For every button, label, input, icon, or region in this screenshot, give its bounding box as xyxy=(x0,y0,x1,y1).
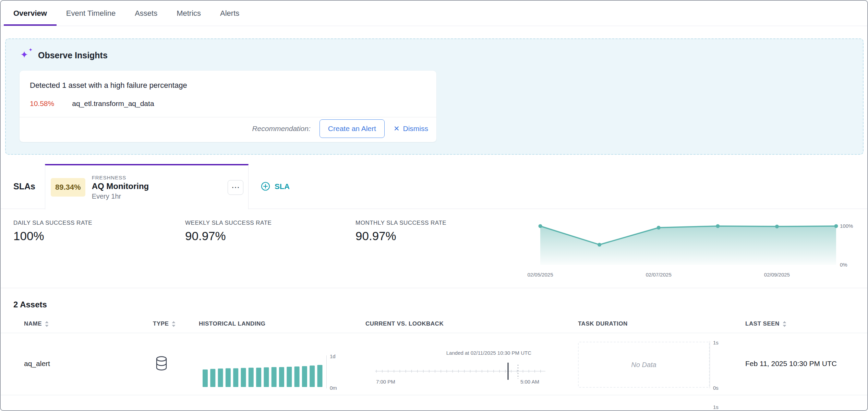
duration-y-min-label: 0s xyxy=(713,385,719,391)
column-header-current-vs-lookback: CURRENT VS. LOOKBACK xyxy=(365,320,444,327)
trend-point xyxy=(775,225,779,228)
tab-event-timeline[interactable]: Event Timeline xyxy=(57,1,125,26)
top-tab-bar: Overview Event Timeline Assets Metrics A… xyxy=(1,1,867,26)
monthly-success-rate-stat: MONTHLY SLA SUCCESS RATE 90.97% xyxy=(355,220,446,243)
insight-detail-row: 10.58% aq_etl.transform_aq_data xyxy=(30,99,426,108)
task-duration-nodata-box: No Data xyxy=(578,342,710,388)
observe-insights-panel: ✦ ✦ Observe Insights Detected 1 asset wi… xyxy=(5,38,864,155)
sla-schedule: Every 1hr xyxy=(92,192,149,200)
tab-alerts[interactable]: Alerts xyxy=(210,1,249,26)
column-label: LAST SEEN xyxy=(745,320,780,327)
slas-section: SLAs 89.34% FRESHNESS AQ Monitoring Ever… xyxy=(1,164,867,209)
trend-point xyxy=(539,224,542,228)
stat-value: 100% xyxy=(13,229,92,243)
landing-bar xyxy=(226,368,231,387)
sparkles-icon: ✦ ✦ xyxy=(20,49,32,61)
duration-y-max-label: 1s xyxy=(713,404,719,410)
landing-bar xyxy=(317,365,323,387)
insights-header: ✦ ✦ Observe Insights xyxy=(20,49,108,61)
sort-icon xyxy=(45,321,49,327)
landing-bar xyxy=(272,367,277,387)
x-axis-tick-labels: 02/05/202502/07/202502/09/2025 xyxy=(529,272,844,279)
weekly-success-rate-stat: WEEKLY SLA SUCCESS RATE 90.97% xyxy=(185,220,272,243)
landing-bar xyxy=(279,367,284,387)
historical-landing-axis xyxy=(326,355,327,388)
landing-bar xyxy=(203,369,208,387)
assets-count-heading: 2 Assets xyxy=(13,300,47,309)
observe-dashboard: Overview Event Timeline Assets Metrics A… xyxy=(0,0,868,411)
landing-bar xyxy=(310,366,315,387)
x-axis-tick-label: 02/07/2025 xyxy=(646,272,672,278)
x-axis-tick-label: 02/05/2025 xyxy=(527,272,553,278)
add-sla-button[interactable]: SLA xyxy=(261,182,290,191)
landing-bar xyxy=(302,366,307,387)
failure-percentage: 10.58% xyxy=(30,99,54,108)
create-alert-button[interactable]: Create an Alert xyxy=(320,119,385,138)
tab-assets[interactable]: Assets xyxy=(125,1,167,26)
trend-point xyxy=(657,226,661,230)
landing-bar xyxy=(287,367,292,387)
table-row-partial[interactable]: 1s xyxy=(1,395,867,411)
landing-bar xyxy=(249,368,254,387)
column-header-type[interactable]: TYPE xyxy=(153,320,176,327)
landing-bar xyxy=(218,368,223,387)
historical-y-min-label: 0m xyxy=(330,385,337,391)
window-start-label: 7:00 PM xyxy=(376,379,395,385)
y-axis-min-label: 0% xyxy=(840,262,847,268)
task-duration-axis xyxy=(710,341,710,388)
ellipsis-icon: ⋯ xyxy=(231,183,240,192)
landing-bar xyxy=(241,368,246,387)
insight-card: Detected 1 asset with a high failure per… xyxy=(20,71,436,142)
column-label: TYPE xyxy=(153,320,169,327)
y-axis-max-label: 100% xyxy=(840,223,853,229)
window-end-label: 5:00 AM xyxy=(520,379,539,385)
sla-tab-aq-monitoring[interactable]: 89.34% FRESHNESS AQ Monitoring Every 1hr… xyxy=(45,164,249,209)
recommendation-label: Recommendation: xyxy=(252,125,310,133)
sort-icon xyxy=(783,321,786,327)
sla-stats-section: DAILY SLA SUCCESS RATE 100% WEEKLY SLA S… xyxy=(1,209,867,288)
sla-info: FRESHNESS AQ Monitoring Every 1hr xyxy=(92,175,149,200)
column-header-last-seen[interactable]: LAST SEEN xyxy=(745,320,786,327)
insights-title: Observe Insights xyxy=(38,50,108,60)
tab-overview[interactable]: Overview xyxy=(4,1,57,26)
column-label: NAME xyxy=(24,320,42,327)
landed-annotation: Landed at 02/11/2025 10:30 PM UTC xyxy=(425,350,531,356)
database-icon xyxy=(155,355,168,372)
dismiss-label: Dismiss xyxy=(403,125,429,133)
landing-bar xyxy=(256,368,261,387)
sla-name: AQ Monitoring xyxy=(92,181,149,191)
trend-point xyxy=(834,224,838,228)
sla-success-badge: 89.34% xyxy=(51,178,85,197)
column-header-task-duration: TASK DURATION xyxy=(578,320,628,327)
sla-category: FRESHNESS xyxy=(92,175,149,180)
stat-value: 90.97% xyxy=(355,229,446,243)
x-axis-tick-label: 02/09/2025 xyxy=(764,272,790,278)
slas-section-label: SLAs xyxy=(13,181,35,191)
dismiss-button[interactable]: ✕ Dismiss xyxy=(394,125,428,133)
landing-bar xyxy=(210,369,215,387)
table-row-aq-alert[interactable]: aq_alert 1d 0m Landed at 02/11/2025 10:3… xyxy=(1,333,867,395)
landing-bar xyxy=(264,367,269,387)
sla-trend-chart: 100% 0% 02/05/202502/07/202502/09/2025 xyxy=(529,220,868,280)
asset-name-cell: aq_alert xyxy=(24,360,50,368)
trend-point xyxy=(716,224,720,228)
daily-success-rate-stat: DAILY SLA SUCCESS RATE 100% xyxy=(13,220,92,243)
trend-point xyxy=(598,243,601,247)
column-header-name[interactable]: NAME xyxy=(24,320,49,327)
assets-table-header: NAME TYPE HISTORICAL LANDING CURRENT VS.… xyxy=(1,315,867,333)
landing-bar xyxy=(294,366,300,387)
add-sla-label: SLA xyxy=(275,182,290,191)
column-label: TASK DURATION xyxy=(578,320,628,327)
tab-metrics[interactable]: Metrics xyxy=(167,1,210,26)
sla-menu-button[interactable]: ⋯ xyxy=(228,180,243,195)
no-data-label: No Data xyxy=(631,361,656,369)
landing-bar xyxy=(233,368,238,387)
insight-actions: Recommendation: Create an Alert ✕ Dismis… xyxy=(20,117,436,140)
column-label: CURRENT VS. LOOKBACK xyxy=(365,320,444,327)
lookback-timeline-chart xyxy=(375,362,546,381)
asset-name: aq_etl.transform_aq_data xyxy=(72,99,154,108)
stat-value: 90.97% xyxy=(185,229,272,243)
historical-landing-chart xyxy=(203,356,325,388)
column-label: HISTORICAL LANDING xyxy=(199,320,265,327)
stat-label: WEEKLY SLA SUCCESS RATE xyxy=(185,220,272,226)
